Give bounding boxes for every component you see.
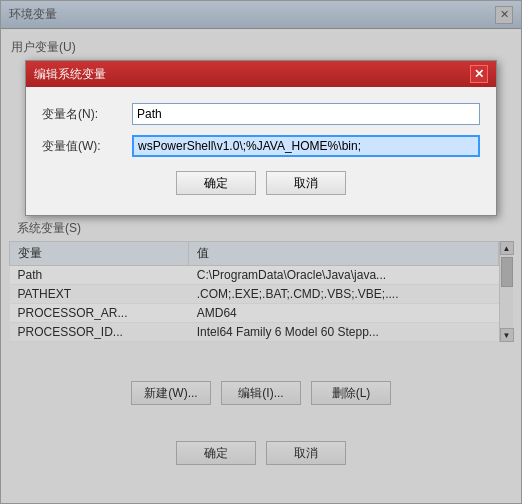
modal-close-button[interactable]: ✕ [470,65,488,83]
modal-titlebar: 编辑系统变量 ✕ [26,61,496,87]
modal-buttons: 确定 取消 [42,167,480,203]
var-value-label: 变量值(W): [42,138,132,155]
modal-cancel-button[interactable]: 取消 [266,171,346,195]
var-value-row: 变量值(W): [42,135,480,157]
var-value-input[interactable] [132,135,480,157]
edit-system-var-dialog: 编辑系统变量 ✕ 变量名(N): 变量值(W): 确定 取消 [25,60,497,216]
modal-body: 变量名(N): 变量值(W): 确定 取消 [26,87,496,215]
var-name-label: 变量名(N): [42,106,132,123]
modal-title: 编辑系统变量 [34,66,106,83]
var-name-row: 变量名(N): [42,103,480,125]
modal-ok-button[interactable]: 确定 [176,171,256,195]
var-name-input[interactable] [132,103,480,125]
modal-overlay: 编辑系统变量 ✕ 变量名(N): 变量值(W): 确定 取消 [0,0,522,504]
